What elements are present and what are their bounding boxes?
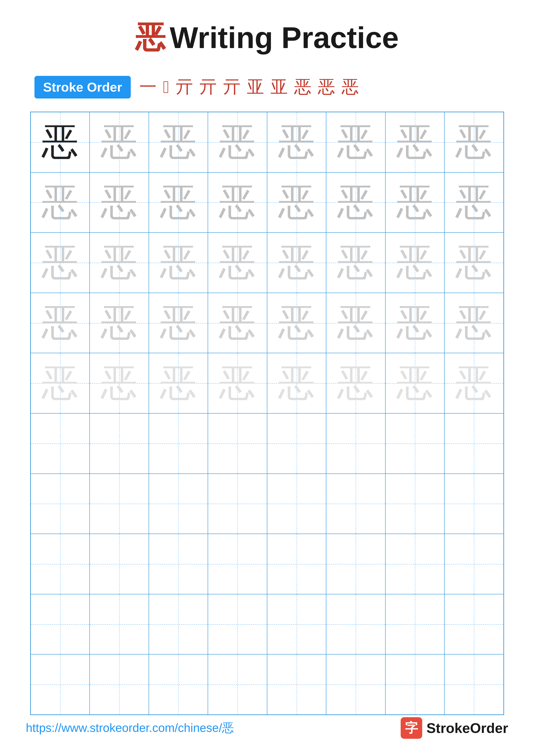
grid-cell-char: 恶 [456,298,492,348]
grid-cell[interactable] [89,474,149,534]
title-character: 恶 [135,17,165,58]
grid-cell[interactable]: 恶 [89,112,149,173]
grid-cell-char: 恶 [101,118,138,167]
grid-cell-char: 恶 [396,178,433,227]
grid-cell[interactable]: 恶 [208,293,267,353]
grid-cell-char: 恶 [219,178,256,227]
grid-cell[interactable] [385,413,445,474]
grid-cell[interactable] [267,474,326,534]
grid-cell[interactable] [326,594,385,655]
grid-cell[interactable]: 恶 [149,353,208,413]
grid-cell[interactable] [31,474,90,534]
grid-cell[interactable]: 恶 [208,353,267,413]
grid-cell[interactable]: 恶 [208,112,267,173]
grid-cell[interactable]: 恶 [267,232,326,293]
grid-cell[interactable]: 恶 [89,232,149,293]
grid-cell-char: 恶 [278,178,315,227]
grid-cell[interactable] [89,413,149,474]
grid-cell[interactable] [208,474,267,534]
grid-cell[interactable]: 恶 [31,232,90,293]
grid-cell[interactable]: 恶 [326,293,385,353]
grid-cell[interactable]: 恶 [89,173,149,233]
grid-cell[interactable] [445,413,504,474]
grid-cell[interactable]: 恶 [267,112,326,173]
grid-cell[interactable]: 恶 [267,353,326,413]
grid-cell[interactable] [445,474,504,534]
grid-cell[interactable] [149,474,208,534]
grid-cell[interactable]: 恶 [326,232,385,293]
grid-cell-char: 恶 [101,359,138,408]
grid-cell[interactable]: 恶 [267,173,326,233]
grid-cell[interactable] [31,413,90,474]
grid-cell-char: 恶 [160,238,197,287]
stroke-seq-2: 𠃊 [163,77,169,97]
grid-cell[interactable]: 恶 [445,112,504,173]
grid-cell[interactable] [208,534,267,594]
grid-cell-char: 恶 [396,238,433,287]
grid-cell[interactable] [385,474,445,534]
grid-cell[interactable]: 恶 [267,293,326,353]
grid-cell[interactable] [267,534,326,594]
grid-cell[interactable] [149,594,208,655]
grid-cell[interactable]: 恶 [445,353,504,413]
stroke-seq-1: 一 [140,75,157,99]
grid-cell[interactable]: 恶 [445,232,504,293]
grid-cell[interactable] [445,654,504,715]
grid-cell[interactable] [385,534,445,594]
grid-cell[interactable]: 恶 [445,293,504,353]
grid-cell[interactable]: 恶 [89,293,149,353]
grid-cell[interactable] [385,654,445,715]
grid-cell[interactable] [89,654,149,715]
grid-cell[interactable]: 恶 [326,353,385,413]
grid-cell[interactable]: 恶 [31,173,90,233]
stroke-seq-7: 亚 [270,75,288,99]
footer-url: https://www.strokeorder.com/chinese/恶 [26,720,234,736]
grid-cell[interactable] [445,594,504,655]
grid-cell[interactable]: 恶 [445,173,504,233]
grid-cell[interactable]: 恶 [89,353,149,413]
grid-cell[interactable]: 恶 [385,232,445,293]
grid-cell[interactable] [149,654,208,715]
grid-cell[interactable]: 恶 [385,353,445,413]
grid-cell[interactable] [326,654,385,715]
grid-cell[interactable]: 恶 [149,232,208,293]
grid-cell[interactable] [89,534,149,594]
grid-cell-char: 恶 [337,298,374,348]
grid-cell[interactable] [326,534,385,594]
grid-cell[interactable] [208,594,267,655]
grid-cell[interactable]: 恶 [385,173,445,233]
grid-cell-char: 恶 [42,178,78,227]
grid-cell-char: 恶 [160,178,197,227]
grid-cell[interactable] [385,594,445,655]
grid-cell[interactable] [326,413,385,474]
grid-cell[interactable] [31,534,90,594]
grid-cell[interactable] [267,594,326,655]
grid-cell-char: 恶 [337,118,374,167]
grid-cell[interactable]: 恶 [149,173,208,233]
grid-cell[interactable]: 恶 [385,112,445,173]
grid-cell[interactable] [149,534,208,594]
grid-cell[interactable] [89,594,149,655]
grid-cell[interactable] [208,654,267,715]
grid-cell-char: 恶 [396,298,433,348]
grid-cell[interactable] [445,534,504,594]
stroke-seq-3: 亓 [176,75,193,99]
grid-cell[interactable]: 恶 [31,112,90,173]
grid-cell-char: 恶 [42,238,78,287]
grid-cell[interactable] [31,594,90,655]
grid-cell[interactable]: 恶 [31,293,90,353]
grid-cell[interactable] [149,413,208,474]
grid-cell[interactable]: 恶 [149,293,208,353]
grid-cell[interactable]: 恶 [208,232,267,293]
grid-cell[interactable] [267,654,326,715]
grid-cell[interactable]: 恶 [208,173,267,233]
grid-cell[interactable]: 恶 [385,293,445,353]
grid-cell[interactable]: 恶 [326,173,385,233]
grid-cell[interactable] [326,474,385,534]
grid-cell[interactable] [267,413,326,474]
grid-cell[interactable]: 恶 [326,112,385,173]
grid-cell[interactable] [208,413,267,474]
grid-cell[interactable] [31,654,90,715]
grid-cell[interactable]: 恶 [31,353,90,413]
grid-cell[interactable]: 恶 [149,112,208,173]
